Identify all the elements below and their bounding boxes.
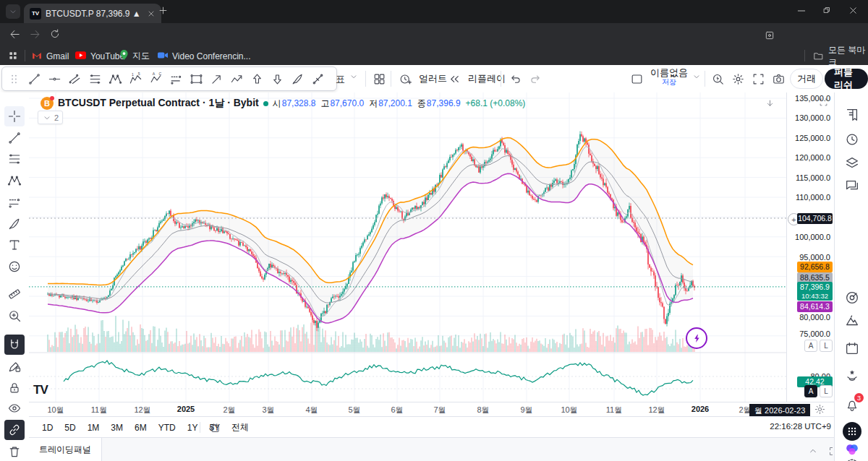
forward-button[interactable] (29, 28, 41, 40)
log-scale-button[interactable]: L (820, 340, 833, 352)
sidebar-calendar-button[interactable] (843, 340, 861, 357)
quick-search-button[interactable] (707, 69, 728, 89)
undo-button[interactable] (505, 69, 525, 89)
sidebar-alert-clock-button[interactable] (843, 131, 861, 148)
brush-tool-button[interactable] (4, 214, 25, 234)
window-minimize-button[interactable] (796, 5, 807, 17)
trash-tool-button[interactable] (4, 441, 25, 461)
save-label[interactable]: 저장 (648, 78, 690, 87)
range-button-1M[interactable]: 1M (85, 421, 103, 434)
range-button-5D[interactable]: 5D (61, 421, 78, 434)
chart-area[interactable]: B BTCUSDT Perpetual Contract · 1날 · Bybi… (29, 92, 786, 402)
elliott-wave-tool[interactable]: 15 (125, 69, 145, 89)
indicators-button[interactable]: 표 (336, 73, 345, 86)
redo-button[interactable] (525, 69, 545, 89)
sidebar-watchlist-button[interactable] (843, 106, 861, 124)
window-close-button[interactable] (848, 5, 859, 16)
log-scale-button[interactable]: L (820, 385, 833, 397)
abc-pattern-tool[interactable]: AC (145, 69, 166, 89)
window-restore-button[interactable] (822, 5, 832, 15)
xabcd-pattern-tool-button[interactable] (4, 171, 25, 191)
arrow-down-tool[interactable] (267, 69, 287, 89)
indicator-templates-button[interactable] (349, 72, 359, 82)
instant-trade-button[interactable] (686, 327, 707, 349)
trading-panel-tab[interactable]: 트레이딩패널 (29, 438, 102, 461)
layout-menu-button[interactable] (692, 72, 702, 82)
layout-preview-button[interactable] (626, 69, 647, 89)
symbol-title[interactable]: BTCUSDT Perpetual Contract · 1날 · Bybit (58, 97, 259, 110)
ruler-tool-button[interactable] (4, 284, 25, 304)
arrow-up-tool[interactable] (247, 69, 267, 89)
panel-collapse-button[interactable] (803, 441, 823, 461)
bookmark-item[interactable]: Video Conferencin... (158, 49, 251, 63)
range-button-6M[interactable]: 6M (132, 421, 150, 434)
link-tool-button[interactable] (4, 420, 25, 440)
clock[interactable]: 22:16:28 UTC+9 (770, 422, 831, 431)
candlestick-chart[interactable] (29, 92, 786, 402)
all-bookmarks-button[interactable]: 모든 북마크 (813, 49, 868, 63)
zoom-in-tool-button[interactable] (4, 306, 25, 326)
auto-scale-button[interactable]: A (804, 385, 817, 397)
sidebar-target-button[interactable] (843, 289, 861, 306)
layout-grid-button[interactable] (369, 69, 389, 89)
fib-retracement-tool[interactable] (85, 69, 105, 89)
alert-button[interactable]: 얼러트 (395, 69, 447, 89)
layout-name-button[interactable]: 이름없음 저장 (648, 67, 690, 87)
emoji-tool-button[interactable] (4, 257, 25, 277)
sidebar-layers-button[interactable] (843, 155, 861, 172)
sidebar-apps-grid-button[interactable] (843, 423, 861, 440)
magnet-tool-button[interactable] (4, 335, 25, 355)
range-button-1D[interactable]: 1D (39, 421, 56, 434)
parallel-channel-tool[interactable] (64, 69, 85, 89)
range-button-전체[interactable]: 전체 (229, 420, 252, 435)
replay-button[interactable]: 리플레이 (444, 69, 506, 89)
range-button-YTD[interactable]: YTD (156, 421, 179, 434)
crosshair-tool-button[interactable] (4, 106, 25, 126)
browser-tab[interactable]: TV BTCUSDT.P 87,396.9 ▲ +0.08% (24, 4, 161, 23)
fullscreen-button[interactable] (748, 69, 768, 89)
forecast-tool-button[interactable] (4, 192, 25, 212)
eye-tool-button[interactable] (4, 398, 25, 418)
trade-button[interactable]: 거래 (790, 69, 823, 89)
chart-settings-button[interactable] (728, 69, 748, 89)
zigzag-tool[interactable] (226, 69, 247, 89)
arrow-marker-tool[interactable] (206, 69, 226, 89)
reload-button[interactable] (49, 28, 61, 40)
extension-button[interactable] (764, 30, 775, 41)
time-axis[interactable]: 10월11월12월20252월3월4월5월6월7월8월9월10월11월12월20… (29, 402, 834, 417)
range-button-3M[interactable]: 3M (108, 421, 126, 434)
trend-line-tool-button[interactable] (4, 128, 25, 148)
drawing-lock-tool-button[interactable] (4, 356, 25, 376)
forecast-tool[interactable] (166, 69, 186, 89)
bookmark-item[interactable]: Gmail (32, 49, 69, 63)
bookmark-item[interactable]: YouTube (75, 49, 124, 63)
auto-scale-button[interactable]: A (804, 340, 817, 352)
text-tool-button[interactable] (4, 235, 25, 255)
pencil-tool-tool[interactable] (307, 69, 328, 89)
fib-retracement-tool-button[interactable] (4, 149, 25, 169)
range-button-1Y[interactable]: 1Y (184, 421, 201, 434)
tab-search-button[interactable] (6, 4, 20, 19)
brush-tool[interactable] (287, 69, 307, 89)
trend-line-tool[interactable] (24, 69, 44, 89)
drag-handle-tool[interactable] (4, 69, 24, 89)
legend-collapse-button[interactable]: 2 (38, 111, 63, 124)
publish-button[interactable]: 퍼블리쉬 (825, 69, 868, 89)
lock-tool-button[interactable] (4, 378, 25, 398)
apps-menu-button[interactable] (7, 50, 19, 61)
rectangle-tool[interactable] (186, 69, 206, 89)
price-axis[interactable]: 135,000.0130,000.0125,000.0120,000.0115,… (786, 92, 835, 402)
go-to-realtime-button[interactable] (761, 96, 778, 111)
sidebar-broadcast-button[interactable] (843, 367, 861, 384)
sidebar-chat-button[interactable] (843, 177, 861, 194)
xabcd-pattern-tool[interactable] (105, 69, 125, 89)
sidebar-bell-button[interactable]: 3 (843, 396, 861, 413)
bookmark-item[interactable]: 지도 (120, 49, 150, 63)
sidebar-help-button[interactable]: ? (843, 457, 861, 461)
sidebar-idea-button[interactable] (843, 312, 861, 329)
snapshot-button[interactable] (768, 69, 788, 89)
cross-line-tool[interactable] (44, 69, 64, 89)
new-tab-button[interactable] (158, 5, 169, 16)
go-to-date-button[interactable] (204, 418, 224, 438)
back-button[interactable] (9, 28, 21, 40)
